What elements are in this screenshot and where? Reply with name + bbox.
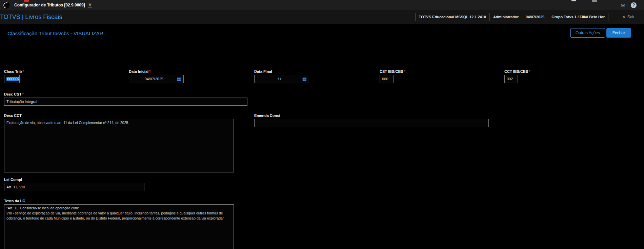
class-trib-input[interactable]: 000002: [4, 75, 20, 83]
cst-ibs-cbs-label: CST IBS/CBS*: [380, 69, 405, 74]
environment-info: TOTVS Educacional MSSQL 12.1.2410 Admini…: [416, 13, 608, 21]
logout-button[interactable]: ✕ Sair: [622, 15, 635, 19]
app-header: TOTVS | Livros Fiscais TOTVS Educacional…: [0, 10, 644, 24]
tab-close-icon[interactable]: ✕: [88, 3, 92, 7]
texto-lc-textarea[interactable]: "Art. 11. Considera-se local da operação…: [4, 204, 234, 249]
required-marker: *: [529, 69, 530, 74]
field-class-trib: Class Trib* 000002: [4, 69, 24, 83]
cst-ibs-cbs-value: 000: [382, 77, 388, 81]
module-tab[interactable]: Configurador de Tributos [02.9.0009] ✕: [14, 0, 92, 10]
class-trib-value: 000002: [6, 77, 20, 81]
data-inicial-value: 04/07/2025: [131, 77, 177, 81]
data-inicial-input[interactable]: 04/07/2025 ▦: [129, 75, 184, 83]
lei-compl-label: Lei Compl: [4, 177, 144, 182]
data-final-value: / /: [257, 77, 302, 81]
data-final-label: Data Final: [254, 69, 309, 74]
mail-icon[interactable]: ✉: [621, 2, 625, 8]
required-marker: *: [404, 69, 405, 74]
field-desc-cct: Desc CCT Exploração de via, observado o …: [4, 113, 234, 172]
emenda-const-input[interactable]: [254, 119, 489, 127]
desc-cst-value: Tributação integral: [6, 100, 37, 104]
logout-x-icon: ✕: [622, 15, 626, 19]
topbar-icon-group: ✉ ?: [621, 0, 637, 10]
cct-ibs-cbs-input[interactable]: 002: [504, 75, 518, 83]
environment-name: TOTVS Educacional MSSQL 12.1.2410: [415, 13, 490, 21]
calendar-icon[interactable]: ▦: [302, 77, 307, 81]
calendar-icon[interactable]: ▦: [177, 77, 181, 81]
emenda-const-label: Emenda Const: [254, 113, 489, 118]
desc-cct-textarea[interactable]: Exploração de via, observado o art. 11 d…: [4, 119, 234, 172]
field-cct-ibs-cbs: CCT IBS/CBS* 002: [504, 69, 530, 83]
lei-compl-input[interactable]: Art. 11, VIII: [4, 183, 144, 191]
brand-title: TOTVS | Livros Fiscais: [0, 10, 62, 24]
field-desc-cst: Desc CST* Tributação integral: [4, 92, 247, 106]
desc-cst-input[interactable]: Tributação integral: [4, 98, 247, 106]
other-actions-button[interactable]: Outras Ações: [570, 28, 605, 38]
required-marker: *: [22, 92, 23, 96]
app-topbar: Configurador de Tributos [02.9.0009] ✕ ✉…: [0, 0, 644, 10]
data-inicial-label: Data Inicial*: [129, 69, 184, 74]
page-title: Classificação Tribut Ibs/cbs - VISUALIZA…: [7, 30, 103, 36]
field-lei-compl: Lei Compl Art. 11, VIII: [4, 177, 144, 191]
clipped-browser-icon: [592, 0, 597, 2]
company-branch: Grupo Totvs 1 / Filial Belo Hor: [548, 13, 608, 21]
close-button[interactable]: Fechar: [606, 28, 631, 38]
current-date: 04/07/2025: [522, 13, 548, 21]
cst-ibs-cbs-input[interactable]: 000: [380, 75, 394, 83]
field-emenda-const: Emenda Const: [254, 113, 489, 127]
required-marker: *: [149, 69, 150, 74]
clipped-browser-icon: [571, 0, 576, 1]
user-name: Administrador: [489, 13, 522, 21]
field-data-inicial: Data Inicial* 04/07/2025 ▦: [129, 69, 184, 83]
totvs-logo-icon: [2, 1, 10, 9]
logout-label: Sair: [627, 15, 635, 19]
field-cst-ibs-cbs: CST IBS/CBS* 000: [380, 69, 405, 83]
desc-cct-label: Desc CCT: [4, 113, 234, 118]
lei-compl-value: Art. 11, VIII: [6, 185, 25, 189]
desc-cst-label: Desc CST*: [4, 92, 247, 97]
help-icon[interactable]: ?: [631, 2, 637, 8]
field-texto-lc: Texto da LC "Art. 11. Considera-se local…: [4, 199, 234, 249]
texto-lc-label: Texto da LC: [4, 199, 234, 203]
required-marker: *: [23, 69, 24, 74]
cct-ibs-cbs-value: 002: [507, 77, 513, 81]
module-tab-label: Configurador de Tributos [02.9.0009]: [14, 3, 85, 7]
cct-ibs-cbs-label: CCT IBS/CBS*: [504, 69, 530, 74]
data-final-input[interactable]: / / ▦: [254, 75, 309, 83]
class-trib-label: Class Trib*: [4, 69, 24, 74]
field-data-final: Data Final / / ▦: [254, 69, 309, 83]
main-content: Classificação Tribut Ibs/cbs - VISUALIZA…: [0, 24, 644, 249]
